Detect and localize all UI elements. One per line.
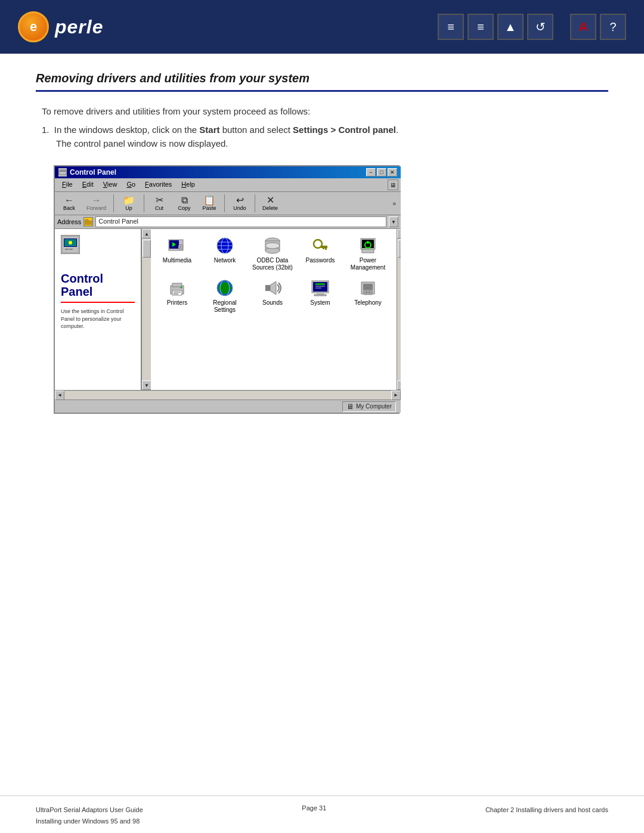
svg-point-27 — [314, 240, 322, 248]
svg-rect-59 — [370, 293, 372, 295]
icon-printers[interactable]: Printers — [156, 276, 199, 316]
sounds-label: Sounds — [262, 299, 283, 306]
header-icon-5[interactable]: A — [570, 14, 596, 40]
scroll-down-left-btn[interactable]: ▼ — [142, 380, 151, 390]
tb-cut-btn[interactable]: ✂ Cut — [147, 194, 171, 213]
win95-menu-icon: 🖥 — [388, 179, 398, 190]
sidebar-title: Control Panel — [61, 272, 135, 298]
icon-network[interactable]: Network — [203, 234, 246, 274]
win95-addressbar: Address Control Panel ▼ — [55, 215, 401, 229]
win95-titlebar: Control Panel − □ ✕ — [55, 166, 401, 178]
tb-up-label: Up — [125, 205, 132, 211]
menu-help[interactable]: Help — [177, 179, 200, 190]
header-icon-4[interactable]: ↺ — [527, 14, 553, 40]
icon-power[interactable]: Power Management — [346, 234, 389, 274]
win95-sidebar: Control Panel Use the settings in Contro… — [55, 229, 141, 390]
delete-icon: ✕ — [267, 196, 274, 205]
header-icon-1[interactable]: ≡ — [438, 14, 464, 40]
network-label: Network — [214, 257, 236, 264]
scroll-down-right-btn[interactable]: ▼ — [397, 380, 401, 390]
icon-system[interactable]: System — [299, 276, 342, 316]
svg-rect-48 — [314, 295, 326, 296]
svg-rect-50 — [315, 286, 325, 287]
footer-left-line1: UltraPort Serial Adaptors User Guide — [36, 804, 143, 816]
regional-label: Regional Settings — [205, 299, 245, 314]
forward-icon: → — [92, 196, 101, 205]
tb-paste-btn[interactable]: 📋 Paste — [197, 194, 221, 213]
header-icon-2[interactable]: ≡ — [467, 14, 494, 40]
menu-edit[interactable]: Edit — [78, 179, 98, 190]
footer-center: Page 31 — [302, 804, 326, 812]
win95-vscroll-right[interactable]: ▲ ▼ — [397, 229, 401, 390]
logo-area: e perle — [18, 11, 103, 42]
step-1-bold2: Settings > Control panel — [293, 125, 396, 135]
title-underline — [36, 90, 608, 92]
win95-close-btn[interactable]: ✕ — [388, 168, 397, 176]
icon-multimedia[interactable]: Multimedia — [156, 234, 199, 274]
address-dropdown[interactable]: ▼ — [389, 216, 398, 227]
svg-rect-11 — [65, 249, 69, 250]
win95-minimize-btn[interactable]: − — [366, 168, 376, 176]
tb-sep-3 — [224, 194, 225, 212]
multimedia-icon — [168, 236, 187, 255]
svg-rect-53 — [363, 284, 373, 290]
statusbar-item: 🖥 My Computer — [342, 401, 396, 412]
scroll-track-right — [397, 239, 401, 380]
tb-copy-btn[interactable]: ⧉ Copy — [172, 194, 196, 213]
svg-rect-54 — [364, 290, 366, 292]
tb-back-btn[interactable]: ← Back — [57, 194, 81, 213]
menu-go[interactable]: Go — [122, 179, 140, 190]
icon-sounds[interactable]: Sounds — [251, 276, 294, 316]
menu-view[interactable]: View — [98, 179, 122, 190]
menu-file[interactable]: File — [57, 179, 78, 190]
scroll-thumb-left[interactable] — [143, 240, 151, 258]
tb-back-label: Back — [63, 205, 75, 211]
tb-paste-label: Paste — [203, 205, 216, 211]
scroll-thumb-right[interactable] — [398, 240, 401, 258]
page-footer: UltraPort Serial Adaptors User Guide Ins… — [0, 795, 644, 833]
header-icon-6[interactable]: ? — [600, 14, 626, 40]
tb-undo-btn[interactable]: ↩ Undo — [228, 194, 252, 213]
power-icon — [358, 236, 377, 255]
tb-forward-label: Forward — [86, 205, 106, 211]
icon-odbc[interactable]: ODBC Data Sources (32bit) — [251, 234, 294, 274]
win95-hscrollbar[interactable]: ◄ ► — [55, 390, 401, 400]
menu-favorites[interactable]: Favorites — [140, 179, 177, 190]
tb-up-btn[interactable]: 📁 Up — [117, 194, 141, 213]
hscroll-right-btn[interactable]: ► — [391, 391, 401, 400]
address-label: Address — [57, 218, 81, 225]
win95-body: Control Panel Use the settings in Contro… — [55, 229, 401, 390]
scroll-up-left-btn[interactable]: ▲ — [142, 229, 151, 239]
win95-title-icon — [58, 168, 67, 176]
win95-vscroll-left[interactable]: ▲ ▼ — [141, 229, 151, 390]
paste-icon: 📋 — [203, 196, 215, 205]
sidebar-cp-icon — [61, 235, 80, 254]
hscroll-left-btn[interactable]: ◄ — [55, 391, 64, 400]
win95-title-label: Control Panel — [70, 168, 116, 176]
win95-maximize-btn[interactable]: □ — [377, 168, 386, 176]
address-field[interactable]: Control Panel — [95, 216, 386, 227]
tb-forward-btn[interactable]: → Forward — [82, 194, 110, 213]
hscroll-track — [64, 391, 391, 400]
tb-delete-btn[interactable]: ✕ Delete — [258, 194, 282, 213]
undo-icon: ↩ — [236, 196, 244, 205]
system-icon — [311, 278, 330, 298]
win95-titlebar-buttons: − □ ✕ — [366, 168, 397, 176]
screenshot-wrapper: Control Panel − □ ✕ File Edit View Go Fa… — [54, 165, 400, 414]
tb-more[interactable]: » — [390, 199, 398, 208]
tb-undo-label: Undo — [233, 205, 246, 211]
win95-window: Control Panel − □ ✕ File Edit View Go Fa… — [55, 166, 401, 413]
icon-passwords[interactable]: Passwords — [299, 234, 342, 274]
icon-regional[interactable]: Regional Settings — [203, 276, 246, 316]
win95-statusbar: 🖥 My Computer — [55, 400, 401, 413]
svg-point-16 — [180, 246, 182, 248]
header-icon-3[interactable]: ▲ — [497, 14, 524, 40]
icon-telephony[interactable]: Telephony — [346, 276, 389, 316]
multimedia-label: Multimedia — [163, 257, 191, 264]
tb-copy-label: Copy — [178, 205, 191, 211]
win95-icons-area: Multimedia — [151, 229, 397, 390]
page-header: e perle ≡ ≡ ▲ ↺ A ? — [0, 0, 644, 54]
sidebar-underline — [61, 302, 135, 303]
step-1-end: . — [396, 125, 398, 135]
scroll-up-right-btn[interactable]: ▲ — [397, 229, 401, 239]
